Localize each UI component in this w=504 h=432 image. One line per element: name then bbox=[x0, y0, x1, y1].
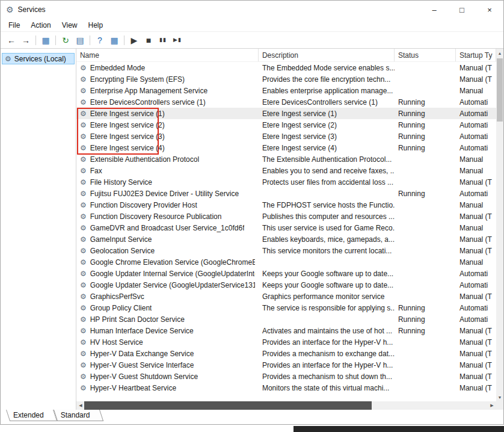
service-row[interactable]: ⚙ Etere Ingest service (1) Etere Ingest … bbox=[76, 108, 496, 119]
properties-icon[interactable]: ▦ bbox=[107, 33, 121, 48]
service-row[interactable]: ⚙ Fax Enables you to send and receive fa… bbox=[76, 165, 496, 176]
forward-icon[interactable]: → bbox=[19, 33, 33, 48]
service-status: Running bbox=[395, 327, 456, 335]
service-row[interactable]: ⚙ Enterprise App Management Service Enab… bbox=[76, 85, 496, 96]
service-gear-icon: ⚙ bbox=[80, 339, 87, 346]
window-controls: – □ × bbox=[420, 1, 503, 19]
service-row[interactable]: ⚙ Etere Ingest service (3) Etere Ingest … bbox=[76, 131, 496, 142]
scroll-right-icon[interactable]: ▶ bbox=[488, 401, 496, 410]
service-name: GameDVR and Broadcast User Service_1c0fd… bbox=[90, 224, 245, 232]
start-service-icon[interactable]: ▶ bbox=[127, 33, 141, 48]
service-startup-type: Manual (T bbox=[456, 361, 496, 369]
tab-standard[interactable]: Standard bbox=[54, 410, 100, 421]
service-startup-type: Automati bbox=[456, 144, 496, 152]
service-gear-icon: ⚙ bbox=[80, 122, 87, 129]
service-row[interactable]: ⚙ Function Discovery Resource Publicatio… bbox=[76, 211, 496, 222]
service-description: Graphics performance monitor service bbox=[259, 292, 395, 301]
toolbar-separator bbox=[124, 35, 124, 45]
service-startup-type: Manual (T bbox=[456, 292, 496, 301]
service-row[interactable]: ⚙ Human Interface Device Service Activat… bbox=[76, 325, 496, 336]
vertical-scrollbar-thumb[interactable] bbox=[497, 58, 503, 122]
tab-extended[interactable]: Extended bbox=[6, 410, 54, 421]
service-gear-icon: ⚙ bbox=[80, 87, 87, 94]
service-row[interactable]: ⚙ Etere Ingest service (2) Etere Ingest … bbox=[76, 119, 496, 131]
service-row[interactable]: ⚙ GraphicsPerfSvc Graphics performance m… bbox=[76, 291, 496, 302]
vertical-scrollbar[interactable]: ▲ ▼ bbox=[496, 49, 503, 401]
stop-service-icon[interactable]: ■ bbox=[141, 33, 156, 48]
service-gear-icon: ⚙ bbox=[80, 247, 87, 255]
service-startup-type: Manual bbox=[456, 201, 496, 209]
service-gear-icon: ⚙ bbox=[80, 304, 87, 312]
service-startup-type: Automati bbox=[456, 132, 496, 141]
menu-help[interactable]: Help bbox=[83, 19, 109, 32]
service-row[interactable]: ⚙ HV Host Service Provides an interface … bbox=[76, 336, 496, 348]
service-row[interactable]: ⚙ Group Policy Client The service is res… bbox=[76, 302, 496, 313]
service-gear-icon: ⚙ bbox=[80, 179, 87, 186]
horizontal-scrollbar[interactable]: ◀ ▶ bbox=[76, 401, 496, 410]
scroll-up-icon[interactable]: ▲ bbox=[496, 49, 503, 57]
pause-service-icon[interactable]: ▮▮ bbox=[156, 33, 170, 48]
service-gear-icon: ⚙ bbox=[80, 350, 87, 357]
maximize-button[interactable]: □ bbox=[448, 1, 476, 19]
tab-label: Standard bbox=[61, 411, 90, 419]
service-row[interactable]: ⚙ Etere DevicesControllers service (1) E… bbox=[76, 96, 496, 108]
service-gear-icon: ⚙ bbox=[80, 327, 87, 335]
refresh-icon[interactable]: ↻ bbox=[58, 33, 73, 48]
service-startup-type: Manual bbox=[456, 258, 496, 267]
service-row[interactable]: ⚙ HP Print Scan Doctor Service Running A… bbox=[76, 313, 496, 325]
service-description: The Extensible Authentication Protocol..… bbox=[259, 155, 395, 164]
service-name: Hyper-V Data Exchange Service bbox=[90, 350, 194, 358]
service-name: Hyper-V Heartbeat Service bbox=[90, 384, 176, 392]
service-row[interactable]: ⚙ Extensible Authentication Protocol The… bbox=[76, 153, 496, 165]
column-header-startup-type[interactable]: Startup Ty bbox=[456, 49, 496, 61]
service-row[interactable]: ⚙ GameDVR and Broadcast User Service_1c0… bbox=[76, 222, 496, 233]
column-header-name[interactable]: Name bbox=[76, 49, 259, 61]
service-row[interactable]: ⚙ GameInput Service Enables keyboards, m… bbox=[76, 233, 496, 245]
service-row[interactable]: ⚙ Function Discovery Provider Host The F… bbox=[76, 199, 496, 211]
service-row[interactable]: ⚙ Hyper-V Heartbeat Service Monitors the… bbox=[76, 382, 496, 393]
service-row[interactable]: ⚙ Etere Ingest service (4) Etere Ingest … bbox=[76, 142, 496, 153]
service-description: The Embedded Mode service enables s... bbox=[259, 64, 395, 72]
service-row[interactable]: ⚙ File History Service Protects user fil… bbox=[76, 176, 496, 188]
service-startup-type: Automati bbox=[456, 98, 496, 106]
service-gear-icon: ⚙ bbox=[80, 156, 87, 163]
toolbar-separator bbox=[55, 35, 56, 45]
menu-view[interactable]: View bbox=[57, 19, 83, 32]
service-row[interactable]: ⚙ Google Chrome Elevation Service (Googl… bbox=[76, 256, 496, 268]
column-header-status[interactable]: Status bbox=[395, 49, 456, 61]
services-table-body: ⚙ Embedded Mode The Embedded Mode servic… bbox=[76, 62, 496, 393]
show-console-tree-icon[interactable]: ▦ bbox=[38, 33, 53, 48]
service-row[interactable]: ⚙ Embedded Mode The Embedded Mode servic… bbox=[76, 62, 496, 73]
tree-item-services-local[interactable]: ⚙ Services (Local) bbox=[2, 53, 75, 64]
back-icon[interactable]: ← bbox=[4, 33, 19, 48]
minimize-button[interactable]: – bbox=[420, 1, 448, 19]
service-row[interactable]: ⚙ Fujitsu FUJ02E3 Device Driver - Utilit… bbox=[76, 188, 496, 199]
export-list-icon[interactable]: ▤ bbox=[73, 33, 87, 48]
service-row[interactable]: ⚙ Encrypting File System (EFS) Provides … bbox=[76, 73, 496, 85]
menu-action[interactable]: Action bbox=[25, 19, 56, 32]
service-row[interactable]: ⚙ Hyper-V Guest Service Interface Provid… bbox=[76, 359, 496, 371]
service-description: Activates and maintains the use of hot .… bbox=[259, 327, 395, 335]
scroll-down-icon[interactable]: ▼ bbox=[496, 393, 503, 401]
service-description: The service is responsible for applying … bbox=[259, 304, 395, 312]
service-row[interactable]: ⚙ Google Updater Internal Service (Googl… bbox=[76, 268, 496, 279]
service-startup-type: Automati bbox=[456, 315, 496, 324]
column-header-description[interactable]: Description bbox=[259, 49, 395, 61]
horizontal-scrollbar-thumb[interactable] bbox=[84, 401, 372, 410]
service-row[interactable]: ⚙ Hyper-V Data Exchange Service Provides… bbox=[76, 348, 496, 359]
close-button[interactable]: × bbox=[476, 1, 503, 19]
service-row[interactable]: ⚙ Google Updater Service (GoogleUpdaterS… bbox=[76, 279, 496, 291]
service-gear-icon: ⚙ bbox=[80, 293, 87, 300]
help-icon[interactable]: ? bbox=[93, 33, 107, 48]
service-name: Fax bbox=[90, 167, 102, 175]
menu-file[interactable]: File bbox=[3, 19, 25, 32]
service-startup-type: Manual bbox=[456, 155, 496, 164]
service-gear-icon: ⚙ bbox=[80, 270, 87, 277]
service-name: Google Updater Internal Service (GoogleU… bbox=[90, 270, 255, 278]
restart-service-icon[interactable]: ▶▮ bbox=[170, 33, 185, 48]
services-window: ⚙ Services – □ × File Action View Help ←… bbox=[0, 0, 504, 425]
scroll-left-icon[interactable]: ◀ bbox=[76, 401, 85, 410]
service-name: Function Discovery Resource Publication bbox=[90, 212, 222, 221]
service-row[interactable]: ⚙ Hyper-V Guest Shutdown Service Provide… bbox=[76, 371, 496, 382]
service-row[interactable]: ⚙ Geolocation Service This service monit… bbox=[76, 245, 496, 256]
